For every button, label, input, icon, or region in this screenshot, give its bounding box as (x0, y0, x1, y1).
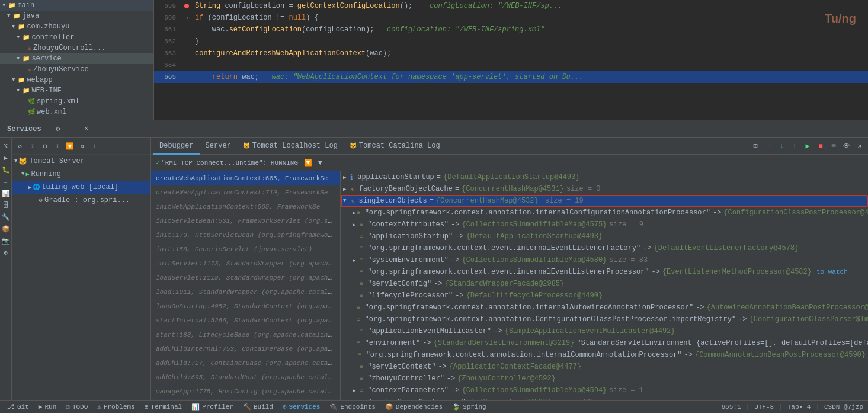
close-icon-btn[interactable]: × (80, 123, 93, 136)
tree-item-service-file[interactable]: ☕ ZhouyuService (0, 64, 153, 75)
filter-btn[interactable]: 🔽 (64, 140, 76, 152)
status-build[interactable]: 🔨 Build (241, 403, 276, 411)
connection-status[interactable]: ✓ "RMI TCP Connect...untime": RUNNING (153, 156, 300, 169)
dropdown-btn[interactable]: ▼ (316, 156, 325, 169)
frame-item[interactable]: addChildInternal:753, ContainerBase (org… (151, 342, 340, 356)
frame-item[interactable]: loadOnStartup:4952, StandardContext (org… (151, 299, 340, 313)
add-btn[interactable]: + (89, 140, 101, 152)
frame-item[interactable]: init:158, GenericServlet (javax.servlet) (151, 242, 340, 257)
services-sidebar-icon[interactable]: ≡ (1, 176, 11, 187)
var-row-environment[interactable]: ≡ "environment" -> {StandardServletEnvir… (341, 337, 868, 349)
git-sidebar-icon[interactable]: ⌥ (1, 140, 11, 151)
resume-btn[interactable]: ▶ (802, 140, 813, 152)
var-row-event-proc[interactable]: ≡ "org.springframework.context.event.int… (341, 266, 868, 278)
frame-item[interactable]: startInternal:5266, StandardContext (org… (151, 313, 340, 328)
tab-localhost-log[interactable]: 🐱 Tomcat Localhost Log (237, 138, 344, 155)
stree-tomcat-server[interactable]: ▼ 🐱 Tomcat Server (12, 155, 150, 168)
frame-item[interactable]: load:1011, StandardWrapper (org.apache.c… (151, 285, 340, 299)
structure-sidebar-icon[interactable]: 🔧 (1, 212, 11, 222)
status-profiler[interactable]: 📊 Profiler (189, 403, 236, 411)
refresh-btn[interactable]: ↺ (14, 140, 26, 152)
to-watch-link[interactable]: to watch (816, 268, 848, 276)
var-row-ctx-attrs[interactable]: ▶ ≡ "contextAttributes" -> {Collections$… (341, 219, 868, 230)
settings-icon-btn[interactable]: ⚙ (52, 123, 65, 136)
stree-tuling-web[interactable]: ▶ 🌐 tuling-web [local] (12, 181, 150, 194)
frame-item[interactable]: createWebApplicationContext:665, Framewo… (151, 171, 340, 185)
status-git[interactable]: ⎇ Git (5, 403, 31, 411)
var-row-autowired-proc[interactable]: ≡ "org.springframework.context.annotatio… (341, 302, 868, 313)
frame-item[interactable]: manageApp:1775, HostConfig (org.apache.c… (151, 385, 340, 399)
var-row-common-proc[interactable]: ≡ "org.springframework.context.annotatio… (341, 349, 868, 361)
step-into-btn[interactable]: ↓ (776, 140, 787, 152)
services-icon: ⚙ (283, 403, 287, 411)
tree-item-service[interactable]: ▼ 📁 service (0, 53, 153, 64)
step-out-btn[interactable]: ↑ (789, 140, 800, 152)
run-sidebar-icon[interactable]: ▶ (1, 152, 11, 163)
frame-item[interactable]: loadServlet:1118, StandardWrapper (org.a… (151, 271, 340, 285)
collapse-all-btn[interactable]: ⊟ (39, 140, 51, 152)
frame-item[interactable]: addChild:727, ContainerBase (org.apache.… (151, 356, 340, 370)
filter-btn[interactable]: 🔽 (302, 156, 315, 169)
tree-item-java[interactable]: ▼ 📁 java (0, 11, 153, 21)
layout-btn[interactable]: ⊞ (750, 140, 761, 152)
tab-debugger[interactable]: Debugger (153, 138, 200, 155)
tree-item-controller[interactable]: ▼ 📁 controller (0, 32, 153, 43)
group-btn[interactable]: ⊞ (52, 140, 63, 152)
config-icon-btn[interactable]: — (66, 123, 79, 136)
tree-item-web-xml[interactable]: 🌿 web.xml (0, 107, 153, 117)
expand-all-btn[interactable]: ⊞ (27, 140, 39, 152)
step-over-btn[interactable]: → (763, 140, 774, 152)
status-endpoints[interactable]: 🔌 Endpoints (327, 403, 377, 411)
frame-item[interactable]: addChild:695, StandardHost (org.apache.c… (151, 370, 340, 385)
debug-sidebar-icon[interactable]: 🐛 (1, 164, 11, 175)
var-row-event-multi[interactable]: ≡ "applicationEventMulticaster" -> {Simp… (341, 325, 868, 337)
status-run[interactable]: ▶ Run (36, 403, 59, 411)
camera-sidebar-icon[interactable]: 📷 (1, 235, 11, 246)
frame-item[interactable]: createWebApplicationContext:710, Framewo… (151, 185, 340, 200)
stree-running[interactable]: ▼ ▶ Running (12, 168, 150, 181)
status-services[interactable]: ⚙ Services (280, 403, 322, 411)
var-row-sys-env[interactable]: ▶ ≡ "systemEnvironment" -> {Collections$… (341, 254, 868, 266)
var-row-ctx-params[interactable]: ▶ ≡ "contextParameters" -> {Collections$… (341, 385, 868, 396)
var-row-servlet-config[interactable]: ≡ "servletConfig" -> {StandardWrapperFac… (341, 278, 868, 290)
var-row-config-proc[interactable]: ▶ ≡ "org.springframework.context.annotat… (341, 207, 868, 219)
var-row-lifecycle[interactable]: ≡ "lifecycleProcessor" -> {DefaultLifecy… (341, 290, 868, 302)
evaluate-btn[interactable]: ⌨ (828, 140, 840, 152)
var-row-event-factory[interactable]: ≡ "org.springframework.context.event.int… (341, 242, 868, 254)
status-spring[interactable]: 🍃 Spring (450, 403, 489, 411)
var-row-singleton[interactable]: ▼ ⚠ singletonObjects = {ConcurrentHashMa… (341, 195, 868, 207)
stree-gradle[interactable]: ⚙ Gradle : org.spri... (12, 194, 150, 207)
status-problems[interactable]: ⚠ Problems (95, 403, 137, 411)
frame-item[interactable]: start:183, LifecycleBase (org.apache.cat… (151, 328, 340, 342)
tree-item-main[interactable]: ▼ 📁 main (0, 0, 153, 11)
profiler-sidebar-icon[interactable]: 📊 (1, 188, 11, 199)
frame-item[interactable]: initWebApplicationContext:565, Framework… (151, 200, 340, 214)
stop-btn[interactable]: ■ (815, 140, 827, 152)
var-row-zhouyu-ctrl[interactable]: ≡ "zhouyuController" -> {ZhouyuControlle… (341, 373, 868, 385)
maven-sidebar-icon[interactable]: 📦 (1, 223, 11, 234)
var-row-app-startup2[interactable]: ≡ "applicationStartup" -> {DefaultApplic… (341, 230, 868, 242)
sort-btn[interactable]: ⇅ (76, 140, 88, 152)
var-row-appstartup[interactable]: ▶ ℹ applicationStartup = {DefaultApplica… (341, 171, 868, 183)
db-sidebar-icon[interactable]: 🗄 (1, 200, 11, 210)
tree-item-controller-file[interactable]: ☕ ZhouyuControll... (0, 43, 153, 53)
status-dependencies[interactable]: 📦 Dependencies (383, 403, 445, 411)
var-row-factory[interactable]: ▶ ⚠ factoryBeanObjectCache = {Concurrent… (341, 183, 868, 195)
settings2-sidebar-icon[interactable]: ⚙ (1, 247, 11, 258)
frame-item[interactable]: initServlet:1173, StandardWrapper (org.a… (151, 257, 340, 271)
frame-text: initServletBean:531, FrameworkServlet (o… (156, 217, 340, 225)
more-btn[interactable]: » (854, 140, 866, 152)
tree-item-com[interactable]: ▼ 📁 com.zhouyu (0, 21, 153, 32)
frame-item[interactable]: init:173, HttpServletBean (org.springfra… (151, 228, 340, 242)
var-row-import-reg[interactable]: ≡ "org.springframework.context.annotatio… (341, 313, 868, 325)
tree-item-spring-xml[interactable]: 🌿 spring.xml (0, 96, 153, 107)
tree-item-webapp[interactable]: ▼ 📁 webapp (0, 75, 153, 85)
tab-server[interactable]: Server (200, 138, 237, 155)
frame-item[interactable]: initServletBean:531, FrameworkServlet (o… (151, 214, 340, 228)
var-row-servlet-ctx[interactable]: ≡ "servletContext" -> {ApplicationContex… (341, 361, 868, 373)
status-todo[interactable]: ☑ TODO (63, 403, 90, 411)
tab-catalina-log[interactable]: 🐱 Tomcat Catalina Log (344, 138, 446, 155)
watch-btn[interactable]: 👁 (841, 140, 853, 152)
tree-item-webinf[interactable]: ▼ 📁 WEB-INF (0, 85, 153, 96)
status-terminal[interactable]: ⊞ Terminal (142, 403, 184, 411)
